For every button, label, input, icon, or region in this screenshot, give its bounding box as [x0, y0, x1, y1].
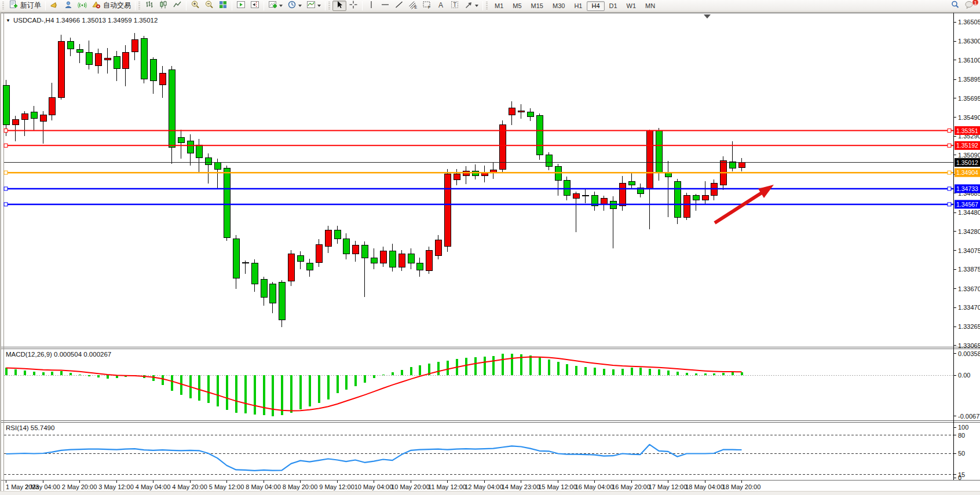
vertical-line-tool-button[interactable]: [364, 1, 378, 11]
text-tool-button[interactable]: A: [434, 1, 448, 11]
time-tick-label: 9 May 12:00: [319, 483, 354, 490]
auto-trading-button[interactable]: 自动交易: [89, 1, 133, 11]
line-handle[interactable]: [4, 171, 8, 174]
rsi-label: RSI(14) 55.7490: [6, 424, 54, 431]
bar-chart-mode-button[interactable]: [142, 1, 156, 11]
toolbar-grip[interactable]: [138, 2, 140, 10]
candle: [104, 58, 111, 60]
toolbar-grip[interactable]: [2, 2, 4, 10]
fibonacci-tool-button[interactable]: F: [420, 1, 434, 11]
timeframe-m30-button[interactable]: M30: [548, 1, 569, 11]
candle: [444, 174, 451, 246]
line-handle[interactable]: [4, 203, 8, 206]
toolbar-grip[interactable]: [328, 2, 330, 10]
time-tick-label: 5 May 12:00: [209, 483, 244, 490]
tile-windows-button[interactable]: [216, 1, 230, 11]
line-handle[interactable]: [948, 187, 951, 190]
search-button[interactable]: [948, 1, 962, 11]
price-label: 1.35192: [955, 141, 980, 150]
line-handle[interactable]: [948, 203, 951, 206]
candle: [371, 258, 377, 263]
timeframe-w1-button[interactable]: W1: [622, 1, 641, 11]
chart-shift-marker[interactable]: [704, 14, 711, 19]
trendline-tool-button[interactable]: [392, 1, 406, 11]
time-tick-label: 8 May 20:00: [283, 483, 318, 490]
signal-button[interactable]: [75, 1, 89, 11]
auto-scroll-button[interactable]: [234, 1, 248, 11]
time-tick-label: 12 May 04:00: [465, 483, 503, 490]
cursor-tool-button[interactable]: [332, 1, 346, 11]
person-icon: [64, 0, 73, 12]
crosshair-tool-button[interactable]: [346, 1, 360, 11]
line-handle[interactable]: [4, 129, 8, 133]
time-axis[interactable]: 1 May 20232 May 04:002 May 20:003 May 12…: [6, 481, 760, 490]
alerts-button[interactable]: [47, 1, 61, 11]
toolbar-separator: [264, 1, 264, 10]
macd-signal-line: [6, 357, 742, 411]
candle: [205, 158, 211, 164]
candle: [527, 112, 533, 116]
hline-objects[interactable]: [4, 129, 953, 206]
line-chart-mode-button[interactable]: [170, 1, 184, 11]
chart-shift-button[interactable]: [248, 1, 262, 11]
timeframe-h1-button[interactable]: H1: [569, 1, 587, 11]
chart-canvas[interactable]: 1.365051.363001.361001.358951.356951.354…: [1, 13, 980, 491]
candle: [40, 115, 46, 121]
zoom-in-icon: [191, 0, 200, 12]
toolbar-separator: [325, 1, 326, 10]
periods-button[interactable]: [285, 1, 304, 11]
candle: [196, 145, 202, 158]
svg-text:F: F: [428, 5, 430, 9]
macd-histogram: [6, 354, 742, 416]
symbol-collapse-icon[interactable]: ▼: [6, 18, 10, 23]
indicators-button[interactable]: [304, 1, 323, 11]
new-order-button[interactable]: 新订单: [6, 1, 43, 11]
candle: [297, 256, 303, 262]
chart-window[interactable]: 1.365051.363001.361001.358951.356951.354…: [0, 12, 980, 491]
zoom-out-button[interactable]: [202, 1, 216, 11]
candle: [269, 284, 276, 303]
horizontal-line-tool-button[interactable]: [378, 1, 392, 11]
price-axis[interactable]: 1.365051.363001.361001.358951.356951.354…: [953, 19, 980, 481]
new-chart-button[interactable]: [266, 1, 285, 11]
line-handle[interactable]: [948, 129, 951, 133]
candle: [389, 251, 396, 267]
line-handle[interactable]: [948, 144, 951, 147]
line-handle[interactable]: [4, 144, 8, 147]
arrow-head[interactable]: [758, 185, 774, 198]
rsi-tick-label: 80: [958, 432, 965, 439]
candle: [463, 171, 469, 176]
candle: [536, 116, 543, 155]
candle: [361, 245, 368, 258]
price-label: 1.34567: [955, 200, 980, 208]
candle: [334, 230, 341, 239]
candlestick-mode-button[interactable]: [156, 1, 170, 11]
timeframe-m5-button[interactable]: M5: [508, 1, 526, 11]
chat-button[interactable]: 1: [962, 1, 977, 11]
timeframe-d1-button[interactable]: D1: [605, 1, 622, 11]
timeframe-h4-button[interactable]: H4: [587, 1, 604, 11]
svg-text:E: E: [415, 5, 418, 9]
candle: [169, 69, 175, 148]
arrow-shaft[interactable]: [715, 193, 762, 223]
timeframe-mn-button[interactable]: MN: [641, 1, 660, 11]
toolbar-grip[interactable]: [486, 2, 488, 10]
candle: [159, 74, 166, 85]
toolbar-separator: [232, 1, 232, 10]
zoom-in-button[interactable]: [188, 1, 202, 11]
toolbar-separator: [135, 1, 136, 10]
text-label-tool-button[interactable]: T: [448, 1, 462, 11]
price-tick-label: 1.33875: [958, 266, 980, 273]
time-tick-label: 3 May 12:00: [98, 483, 134, 490]
line-handle[interactable]: [4, 187, 8, 190]
candle: [251, 263, 258, 284]
equidistant-channel-tool-button[interactable]: E: [406, 1, 420, 11]
vertical-line-icon: [367, 0, 376, 12]
timeframe-m15-button[interactable]: M15: [526, 1, 548, 11]
new-order-icon: [9, 0, 18, 12]
arrows-tool-button[interactable]: [462, 1, 481, 11]
candle: [306, 263, 313, 270]
timeframe-m1-button[interactable]: M1: [490, 1, 508, 11]
line-handle[interactable]: [948, 171, 951, 174]
community-button[interactable]: [61, 1, 75, 11]
